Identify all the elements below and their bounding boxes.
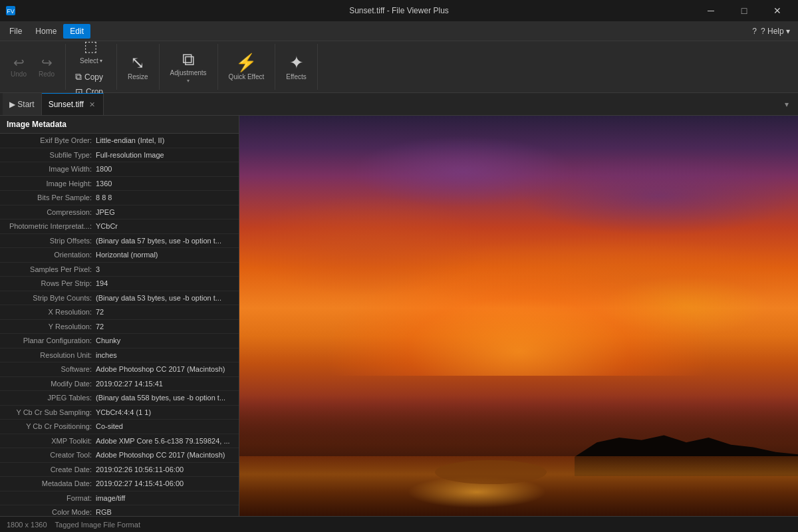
adjustments-button[interactable]: ⧉ Adjustments ▾ <box>165 48 212 86</box>
metadata-row: Samples Per Pixel:3 <box>0 263 239 277</box>
metadata-key: Bits Per Sample: <box>3 192 96 203</box>
select-button[interactable]: ⬚ Select▾ <box>74 35 108 67</box>
help-icon: ? <box>752 27 757 36</box>
metadata-value: Chunky <box>96 335 236 346</box>
metadata-key: Exif Byte Order: <box>3 135 96 146</box>
tabs-expand-button[interactable]: ▾ <box>778 100 795 109</box>
copy-icon: ⧉ <box>75 71 82 82</box>
metadata-value: 1360 <box>96 178 236 190</box>
tab-file[interactable]: Sunset.tiff ✕ <box>42 93 104 115</box>
metadata-value: YCbCr4:4:4 (1 1) <box>96 407 236 418</box>
toolbar-quickeffect-group: ⚡ Quick Effect <box>218 44 276 90</box>
metadata-value: Adobe XMP Core 5.6-c138 79.159824, ... <box>96 436 236 447</box>
window-title: Sunset.tiff - File Viewer Plus <box>349 6 449 15</box>
metadata-key: Color Mode: <box>3 507 96 516</box>
metadata-row: Exif Byte Order:Little-endian (Intel, II… <box>0 134 239 148</box>
quick-effect-button[interactable]: ⚡ Quick Effect <box>223 51 270 83</box>
metadata-row: Resolution Unit:inches <box>0 348 239 363</box>
cloud-2 <box>519 156 798 235</box>
metadata-value: Co-sited <box>96 421 236 432</box>
metadata-row: Planar Configuration:Chunky <box>0 334 239 348</box>
copy-button[interactable]: ⧉ Copy <box>71 70 111 84</box>
metadata-value: (Binary data 57 bytes, use -b option t..… <box>96 235 236 247</box>
metadata-row: Strip Byte Counts:(Binary data 53 bytes,… <box>0 291 239 306</box>
metadata-key: Strip Byte Counts: <box>3 293 96 304</box>
metadata-key: Image Width: <box>3 164 96 175</box>
metadata-key: Image Height: <box>3 178 96 190</box>
effects-icon: ✦ <box>289 54 304 71</box>
main-content: Image Metadata Exif Byte Order:Little-en… <box>0 116 798 516</box>
effects-label: Effects <box>286 73 306 80</box>
app-icon: FV <box>5 5 16 16</box>
metadata-value: Adobe Photoshop CC 2017 (Macintosh) <box>96 364 236 375</box>
svg-text:FV: FV <box>7 8 15 15</box>
metadata-row: Format:image/tiff <box>0 491 239 506</box>
metadata-value: image/tiff <box>96 493 236 504</box>
maximize-button[interactable]: □ <box>729 0 759 21</box>
metadata-key: Compression: <box>3 207 96 218</box>
metadata-value: 1800 <box>96 164 236 175</box>
metadata-value: Full-resolution Image <box>96 150 236 161</box>
menu-file[interactable]: File <box>3 24 29 39</box>
toolbar: ↩ Undo ↪ Redo ⬚ Select▾ ⧉ <box>0 41 798 93</box>
metadata-row: Y Cb Cr Positioning:Co-sited <box>0 420 239 434</box>
toolbar-adjustments-group: ⧉ Adjustments ▾ <box>160 44 218 90</box>
undo-button[interactable]: ↩ Undo <box>5 54 32 80</box>
sunset-image <box>239 116 798 516</box>
metadata-row: Software:Adobe Photoshop CC 2017 (Macint… <box>0 362 239 377</box>
metadata-row: Image Width:1800 <box>0 162 239 177</box>
help-label: ? Help ▾ <box>761 27 790 36</box>
metadata-value: (Binary data 558 bytes, use -b option t.… <box>96 392 236 404</box>
metadata-value: 2019:02:27 14:15:41 <box>96 378 236 390</box>
metadata-value: Adobe Photoshop CC 2017 (Macintosh) <box>96 450 236 461</box>
metadata-row: Rows Per Strip:194 <box>0 277 239 291</box>
image-panel <box>239 116 798 516</box>
close-button[interactable]: ✕ <box>762 0 793 21</box>
metadata-value: 72 <box>96 321 236 332</box>
minimize-button[interactable]: ─ <box>696 0 726 21</box>
title-bar: FV Sunset.tiff - File Viewer Plus ─ □ ✕ <box>0 0 798 21</box>
metadata-row: Strip Offsets:(Binary data 57 bytes, use… <box>0 234 239 249</box>
sun-glow <box>323 256 714 376</box>
title-bar-left: FV <box>5 5 16 16</box>
metadata-row: Compression:JPEG <box>0 205 239 220</box>
metadata-key: Orientation: <box>3 249 96 261</box>
metadata-scroll[interactable]: Exif Byte Order:Little-endian (Intel, II… <box>0 134 239 516</box>
metadata-key: Format: <box>3 493 96 504</box>
redo-label: Redo <box>39 70 55 78</box>
metadata-row: Photometric Interpretat...:YCbCr <box>0 219 239 234</box>
menu-home[interactable]: Home <box>29 24 63 39</box>
menu-help[interactable]: ? ? Help ▾ <box>747 24 795 39</box>
metadata-row: Metadata Date:2019:02:27 14:15:41-06:00 <box>0 477 239 491</box>
metadata-key: Creator Tool: <box>3 450 96 461</box>
metadata-value: inches <box>96 350 236 361</box>
metadata-key: Y Cb Cr Sub Sampling: <box>3 407 96 418</box>
undo-label: Undo <box>11 70 27 78</box>
metadata-key: Modify Date: <box>3 378 96 390</box>
metadata-value: 2019:02:27 14:15:41-06:00 <box>96 478 236 489</box>
metadata-row: Image Height:1360 <box>0 177 239 192</box>
quick-effect-icon: ⚡ <box>235 54 257 71</box>
metadata-value: Little-endian (Intel, II) <box>96 135 236 146</box>
metadata-value: RGB <box>96 507 236 516</box>
select-btn-inner: ⬚ Select▾ <box>74 35 108 67</box>
metadata-key: Samples Per Pixel: <box>3 264 96 275</box>
redo-button[interactable]: ↪ Redo <box>33 54 60 80</box>
metadata-value: (Binary data 53 bytes, use -b option t..… <box>96 293 236 304</box>
metadata-key: Metadata Date: <box>3 478 96 489</box>
effects-button[interactable]: ✦ Effects <box>281 51 311 83</box>
title-bar-controls: ─ □ ✕ <box>696 0 793 21</box>
metadata-key: Photometric Interpretat...: <box>3 221 96 232</box>
toolbar-effects-group: ✦ Effects <box>275 44 317 90</box>
tab-close-button[interactable]: ✕ <box>88 100 96 110</box>
resize-button[interactable]: ⤡ Resize <box>122 51 154 83</box>
tab-start[interactable]: ▶ Start <box>3 93 42 115</box>
adjustments-dropdown-arrow: ▾ <box>187 78 190 84</box>
metadata-row: X Resolution:72 <box>0 305 239 320</box>
metadata-row: Bits Per Sample:8 8 8 <box>0 191 239 205</box>
metadata-key: Strip Offsets: <box>3 235 96 247</box>
metadata-value: Horizontal (normal) <box>96 249 236 261</box>
status-bar: 1800 x 1360 Tagged Image File Format <box>0 516 798 532</box>
redo-icon: ↪ <box>41 56 53 69</box>
metadata-key: Resolution Unit: <box>3 350 96 361</box>
